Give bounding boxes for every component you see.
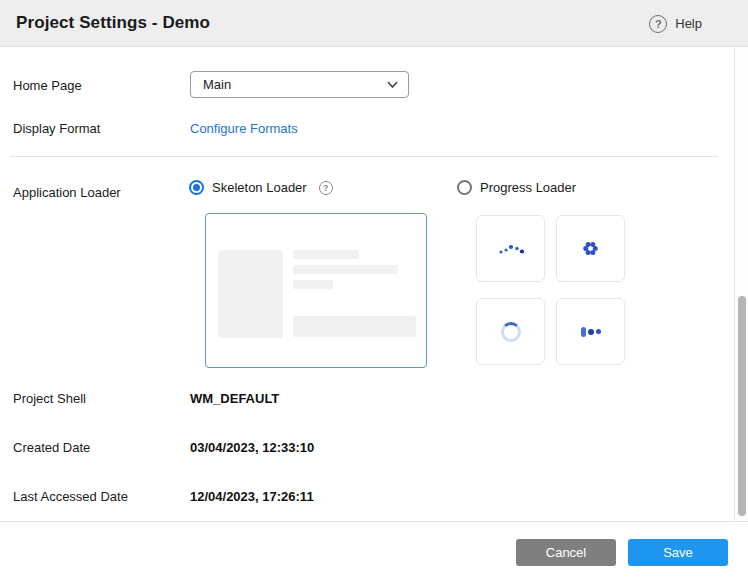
home-page-select[interactable]: Main <box>190 71 409 98</box>
progress-loader-radio-label: Progress Loader <box>480 180 576 195</box>
dots-arc-spinner-icon <box>496 242 526 256</box>
radio-unselected-icon <box>457 180 472 195</box>
project-shell-value: WM_DEFAULT <box>190 391 279 406</box>
help-button[interactable]: ? Help <box>649 0 702 47</box>
save-button[interactable]: Save <box>628 539 728 566</box>
dialog-title: Project Settings - Demo <box>16 13 210 33</box>
skeleton-line-placeholder <box>293 280 333 289</box>
configure-formats-link[interactable]: Configure Formats <box>190 121 298 136</box>
dialog-footer: Cancel Save <box>0 521 748 586</box>
scrollbar-thumb[interactable] <box>738 296 746 516</box>
project-settings-dialog: Project Settings - Demo ? Help Home Page… <box>0 0 748 586</box>
skeleton-line-placeholder <box>293 265 398 274</box>
section-divider <box>10 156 718 157</box>
created-date-label: Created Date <box>13 440 90 455</box>
vertical-scrollbar[interactable] <box>734 47 748 521</box>
progress-preview-flower[interactable] <box>556 215 625 282</box>
cancel-button[interactable]: Cancel <box>516 539 616 566</box>
skeleton-loader-radio[interactable]: Skeleton Loader ? <box>189 180 333 195</box>
last-accessed-date-label: Last Accessed Date <box>13 489 128 504</box>
chevron-down-icon <box>387 81 398 88</box>
skeleton-line-placeholder <box>293 250 359 259</box>
progress-preview-ring[interactable] <box>476 298 545 365</box>
flower-spinner-icon <box>583 241 598 256</box>
bubbles-spinner-icon <box>581 327 601 337</box>
progress-loader-radio[interactable]: Progress Loader <box>457 180 576 195</box>
home-page-label: Home Page <box>13 78 82 93</box>
help-icon: ? <box>649 15 667 33</box>
application-loader-label: Application Loader <box>13 185 121 200</box>
progress-preview-dots-arc[interactable] <box>476 215 545 282</box>
skeleton-block-placeholder <box>293 316 416 337</box>
skeleton-image-placeholder <box>218 250 283 338</box>
last-accessed-date-value: 12/04/2023, 17:26:11 <box>190 489 314 504</box>
created-date-value: 03/04/2023, 12:33:10 <box>190 440 314 455</box>
skeleton-loader-preview[interactable] <box>205 213 427 368</box>
radio-selected-icon <box>189 180 204 195</box>
project-shell-label: Project Shell <box>13 391 86 406</box>
dialog-header: Project Settings - Demo ? Help <box>0 0 748 47</box>
ring-spinner-icon <box>501 322 521 342</box>
home-page-select-value: Main <box>203 77 387 92</box>
skeleton-help-icon[interactable]: ? <box>319 181 333 195</box>
help-label: Help <box>675 16 702 31</box>
skeleton-loader-radio-label: Skeleton Loader <box>212 180 307 195</box>
display-format-label: Display Format <box>13 121 100 136</box>
progress-preview-bubbles[interactable] <box>556 298 625 365</box>
